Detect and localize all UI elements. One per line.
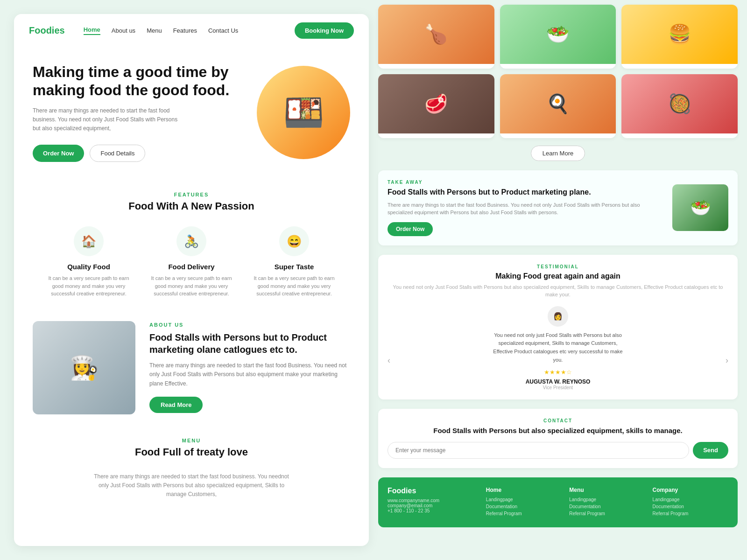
navbar: Foodies Home About us Menu Features Cont…: [14, 14, 369, 47]
takeaway-image: 🥗: [672, 184, 728, 231]
takeaway-label: TAKE AWAY: [388, 180, 665, 185]
contact-section: CONTACT Food Stalls with Persons but als…: [378, 409, 738, 468]
nav-menu[interactable]: Menu: [147, 27, 162, 34]
about-desc: There are many things are needed to star…: [149, 361, 350, 388]
hero-buttons: Order Now Food Details: [33, 145, 247, 162]
food-price-5: 15$: [724, 137, 733, 138]
nav-contact[interactable]: Contact Us: [208, 27, 238, 34]
footer-menu-link-0[interactable]: Landingpage: [569, 497, 645, 502]
food-price-0: 16$: [480, 68, 490, 69]
menu-section-label: MENU: [33, 438, 350, 443]
footer-home-col: Home Landingpage Documentation Referral …: [486, 487, 562, 518]
food-cards-grid: 🍗 Vegie Muffen 16$ There are many things…: [378, 5, 738, 138]
features-grid: 🏠 Quality Food It can be a very secure p…: [33, 226, 350, 298]
testimonial-title: Making Food great again and again: [388, 272, 728, 280]
food-price-4: 9$: [605, 137, 611, 138]
food-card-img-peach: 🥘: [621, 74, 738, 133]
footer-company-link-2[interactable]: Referral Program: [653, 511, 728, 516]
food-name-0: Vegie Muffen: [383, 68, 417, 69]
food-card-img-vegie: 🍗: [378, 5, 494, 64]
contact-label: CONTACT: [388, 418, 728, 423]
food-price-2: 10$: [724, 68, 733, 69]
testimonial-stars: ★★★★☆: [390, 369, 726, 376]
takeaway-section: TAKE AWAY Food Stalls with Persons but t…: [378, 170, 738, 245]
booking-button[interactable]: Booking Now: [295, 22, 354, 39]
testimonial-quote: You need not only just Food Stalls with …: [493, 331, 623, 364]
food-card-img-steak: 🥩: [378, 74, 494, 133]
footer-website: www.companyname.com: [388, 498, 479, 503]
contact-title: Food Stalls with Persons but also specia…: [388, 426, 728, 435]
brand-logo[interactable]: Foodies: [29, 25, 65, 36]
footer: Foodies www.companyname.com company@emai…: [378, 477, 738, 527]
learn-more-wrap: Learn More: [378, 146, 738, 161]
footer-company-link-0[interactable]: Landingpage: [653, 497, 728, 502]
features-title: Food With A New Passion: [33, 200, 350, 212]
testimonial-next-button[interactable]: ›: [726, 356, 728, 365]
food-name-1: Salads: [505, 68, 523, 69]
features-section: FEATURES Food With A New Passion 🏠 Quali…: [14, 178, 369, 312]
menu-section-desc: There are many things are needed to star…: [93, 472, 289, 499]
footer-home-link-0[interactable]: Landingpage: [486, 497, 562, 502]
footer-email: company@email.com: [388, 503, 479, 508]
takeaway-text-block: TAKE AWAY Food Stalls with Persons but t…: [388, 180, 665, 236]
hero-food-image: 🍱: [257, 66, 350, 159]
food-details-button[interactable]: Food Details: [90, 145, 145, 162]
contact-input[interactable]: [388, 442, 689, 459]
footer-home-link-2[interactable]: Referral Program: [486, 511, 562, 516]
food-price-3: 14$: [480, 137, 490, 138]
food-name-4: Egg Masala: [505, 137, 536, 138]
food-card-vegie-muffen: 🍗 Vegie Muffen 16$ There are many things…: [378, 5, 494, 69]
testimonial-nav: ‹ You need not only just Food Stalls wit…: [388, 331, 728, 390]
footer-menu-link-1[interactable]: Documentation: [569, 504, 645, 509]
about-title: Food Stalls with Persons but to Product …: [149, 331, 350, 356]
super-taste-desc: It can be a very secure path to earn goo…: [252, 274, 336, 298]
footer-home-title: Home: [486, 487, 562, 493]
footer-brand-name: Foodies: [388, 487, 479, 495]
nav-links: Home About us Menu Features Contact Us: [84, 26, 295, 35]
footer-grid: Foodies www.companyname.com company@emai…: [388, 487, 728, 518]
testimonial-avatar: 👩: [548, 306, 568, 327]
hero-section: Making time a good time by making food t…: [14, 47, 369, 178]
food-name-2: Burger: [626, 68, 644, 69]
footer-company-title: Company: [653, 487, 728, 493]
food-card-egg-masala: 🍳 Egg Masala 9$ There are many things th…: [500, 74, 616, 138]
hero-text-block: Making time a good time by making food t…: [33, 63, 247, 161]
footer-menu-col: Menu Landingpage Documentation Referral …: [569, 487, 645, 518]
footer-menu-link-2[interactable]: Referral Program: [569, 511, 645, 516]
food-card-img-egg: 🍳: [500, 74, 616, 133]
feature-quality-food: 🏠 Quality Food It can be a very secure p…: [47, 226, 131, 298]
menu-section: MENU Food Full of treaty love There are …: [14, 428, 369, 513]
footer-company-col: Company Landingpage Documentation Referr…: [653, 487, 728, 518]
takeaway-title: Food Stalls with Persons but to Product …: [388, 188, 665, 197]
about-text-block: ABOUT US Food Stalls with Persons but to…: [149, 322, 350, 413]
footer-home-link-1[interactable]: Documentation: [486, 504, 562, 509]
quality-food-icon: 🏠: [74, 226, 104, 256]
feature-food-delivery: 🚴 Food Delivery It can be a very secure …: [149, 226, 233, 298]
about-image: 👩‍🍳: [33, 321, 135, 414]
testimonial-label: TESTIMONIAL: [388, 264, 728, 269]
nav-home[interactable]: Home: [84, 26, 100, 35]
footer-company-link-1[interactable]: Documentation: [653, 504, 728, 509]
read-more-button[interactable]: Read More: [149, 397, 203, 413]
quality-food-desc: It can be a very secure path to earn goo…: [47, 274, 131, 298]
hero-description: There are many things are needed to star…: [33, 106, 182, 133]
food-name-5: Peach Mella dish: [626, 137, 671, 138]
food-card-img-burger: 🍔: [621, 5, 738, 64]
food-card-peach: 🥘 Peach Mella dish 15$ There are many th…: [621, 74, 738, 138]
testimonial-name: AUGUSTA W. REYNOSO: [390, 378, 726, 385]
footer-brand-col: Foodies www.companyname.com company@emai…: [388, 487, 479, 518]
takeaway-order-button[interactable]: Order Now: [388, 222, 433, 236]
testimonial-role: Vice President: [390, 385, 726, 390]
footer-menu-title: Menu: [569, 487, 645, 493]
food-card-img-salad: 🥗: [500, 5, 616, 64]
learn-more-button[interactable]: Learn More: [531, 146, 585, 161]
features-label: FEATURES: [33, 192, 350, 197]
right-panel: 🍗 Vegie Muffen 16$ There are many things…: [369, 0, 747, 560]
nav-about[interactable]: About us: [112, 27, 135, 34]
contact-form: Send: [388, 442, 728, 459]
order-now-button[interactable]: Order Now: [33, 145, 84, 162]
footer-phone: +1 800 - 110 - 22 35: [388, 508, 479, 513]
takeaway-desc: There are many things to start the fast …: [388, 201, 665, 217]
send-button[interactable]: Send: [693, 442, 728, 459]
nav-features[interactable]: Features: [173, 27, 197, 34]
